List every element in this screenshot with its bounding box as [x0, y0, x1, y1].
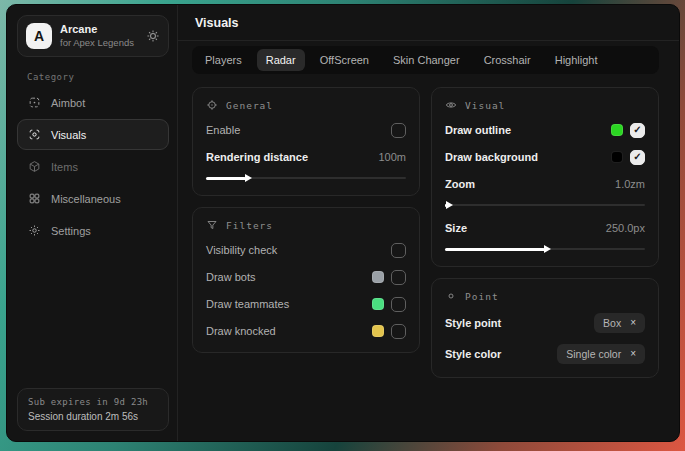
enable-checkbox[interactable]	[391, 123, 406, 138]
sidebar-spacer	[17, 247, 169, 388]
tab-players[interactable]: Players	[196, 49, 251, 71]
setting-row-zoom: Zoom 1.0zm	[445, 176, 645, 192]
style-point-select[interactable]: Box ×	[594, 313, 645, 333]
tab-bar: Players Radar OffScreen Skin Changer Cro…	[192, 46, 659, 74]
draw-background-checkbox[interactable]: ✓	[630, 150, 645, 165]
tab-skin-changer[interactable]: Skin Changer	[384, 49, 469, 71]
size-slider[interactable]	[445, 245, 645, 253]
slider-fill	[445, 248, 545, 251]
visual-card-header: Visual	[445, 99, 645, 111]
selected-option: Single color	[566, 348, 621, 360]
session-info-card: Sub expires in 9d 23h Session duration 2…	[17, 388, 169, 431]
rendering-distance-slider[interactable]	[206, 174, 406, 182]
setting-row-draw-bots: Draw bots	[206, 269, 406, 285]
setting-label: Rendering distance	[206, 151, 308, 163]
setting-row-draw-background: Draw background ✓	[445, 149, 645, 165]
setting-label: Enable	[206, 124, 240, 136]
app-titles: Arcane for Apex Legends	[60, 23, 138, 49]
section-title: General	[226, 100, 273, 111]
setting-value: 1.0zm	[615, 178, 645, 190]
point-card: Point Style point Box × Style color Sing…	[431, 278, 659, 378]
sidebar-item-settings[interactable]: Settings	[17, 215, 169, 246]
gear-icon[interactable]	[146, 29, 160, 43]
right-column: Visual Draw outline ✓ Draw background	[431, 87, 659, 378]
setting-value: 100m	[378, 151, 406, 163]
sidebar-item-aimbot[interactable]: Aimbot	[17, 87, 169, 118]
point-card-header: Point	[445, 290, 645, 302]
setting-label: Draw outline	[445, 124, 511, 136]
setting-label: Zoom	[445, 178, 475, 190]
sidebar-item-label: Aimbot	[51, 97, 85, 109]
setting-label: Visibility check	[206, 244, 277, 256]
setting-row-visibility-check: Visibility check	[206, 242, 406, 258]
setting-row-draw-teammates: Draw teammates	[206, 296, 406, 312]
app-logo: A	[26, 23, 52, 49]
app-subtitle: for Apex Legends	[60, 37, 138, 49]
general-card: General Enable Rendering distance 100m	[192, 87, 420, 196]
section-title: Point	[465, 291, 499, 302]
zoom-slider[interactable]	[445, 201, 645, 209]
color-swatch[interactable]	[372, 298, 384, 310]
setting-row-draw-outline: Draw outline ✓	[445, 122, 645, 138]
crosshair-icon	[28, 96, 41, 109]
page-header: Visuals	[178, 5, 679, 41]
sidebar-item-label: Items	[51, 161, 78, 173]
setting-label: Draw background	[445, 151, 538, 163]
funnel-icon	[206, 219, 218, 231]
visual-card: Visual Draw outline ✓ Draw background	[431, 87, 659, 267]
selected-option: Box	[603, 317, 621, 329]
session-duration-text: Session duration 2m 56s	[28, 411, 158, 422]
tab-crosshair[interactable]: Crosshair	[475, 49, 540, 71]
gear-icon	[28, 224, 41, 237]
sidebar-item-items[interactable]: Items	[17, 151, 169, 182]
filters-card: Filters Visibility check Draw bots	[192, 207, 420, 353]
sidebar: A Arcane for Apex Legends Category Aimbo	[7, 5, 178, 441]
slider-thumb[interactable]	[245, 174, 252, 182]
slider-thumb[interactable]	[544, 245, 551, 253]
main-panel: Visuals Players Radar OffScreen Skin Cha…	[178, 5, 679, 441]
section-title: Filters	[226, 220, 273, 231]
setting-value: 250.0px	[606, 222, 645, 234]
app-header-card: A Arcane for Apex Legends	[17, 15, 169, 57]
close-icon[interactable]: ×	[630, 318, 636, 328]
style-color-select[interactable]: Single color ×	[557, 344, 645, 364]
cube-icon	[28, 160, 41, 173]
app-name: Arcane	[60, 23, 138, 37]
draw-knocked-checkbox[interactable]	[391, 324, 406, 339]
setting-row-style-color: Style color Single color ×	[445, 344, 645, 364]
tab-offscreen[interactable]: OffScreen	[311, 49, 378, 71]
eye-icon	[445, 99, 457, 111]
color-swatch[interactable]	[372, 325, 384, 337]
slider-fill	[206, 177, 246, 180]
sidebar-item-miscellaneous[interactable]: Miscellaneous	[17, 183, 169, 214]
visibility-check-checkbox[interactable]	[391, 243, 406, 258]
setting-row-rendering-distance: Rendering distance 100m	[206, 149, 406, 165]
close-icon[interactable]: ×	[630, 349, 636, 359]
tab-highlight[interactable]: Highlight	[546, 49, 607, 71]
page-title: Visuals	[195, 16, 663, 30]
setting-label: Draw bots	[206, 271, 256, 283]
setting-row-enable: Enable	[206, 122, 406, 138]
draw-outline-checkbox[interactable]: ✓	[630, 123, 645, 138]
eye-scan-icon	[28, 128, 41, 141]
app-window: A Arcane for Apex Legends Category Aimbo	[6, 4, 680, 442]
filters-card-header: Filters	[206, 219, 406, 231]
color-swatch[interactable]	[372, 271, 384, 283]
draw-bots-checkbox[interactable]	[391, 270, 406, 285]
sidebar-item-label: Miscellaneous	[51, 193, 121, 205]
color-swatch[interactable]	[611, 151, 623, 163]
check-icon: ✓	[633, 125, 641, 135]
left-column: General Enable Rendering distance 100m	[192, 87, 420, 378]
general-card-header: General	[206, 99, 406, 111]
color-swatch[interactable]	[611, 124, 623, 136]
slider-thumb[interactable]	[446, 201, 453, 209]
sidebar-item-label: Settings	[51, 225, 91, 237]
sidebar-item-visuals[interactable]: Visuals	[17, 119, 169, 150]
section-title: Visual	[465, 100, 505, 111]
settings-content: General Enable Rendering distance 100m	[178, 74, 679, 441]
draw-teammates-checkbox[interactable]	[391, 297, 406, 312]
setting-row-style-point: Style point Box ×	[445, 313, 645, 333]
tab-radar[interactable]: Radar	[257, 49, 305, 71]
category-label: Category	[27, 72, 169, 82]
slider-fill	[445, 204, 447, 207]
